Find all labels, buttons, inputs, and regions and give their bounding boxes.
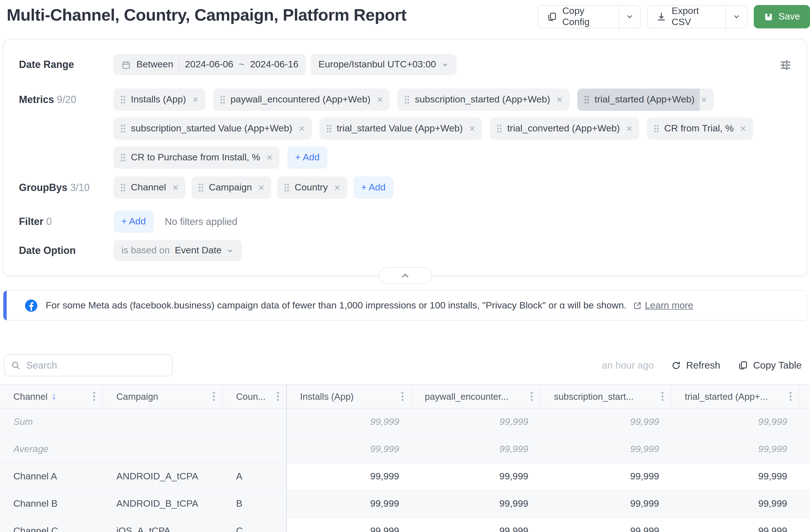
add-filter-button[interactable]: + Add	[114, 210, 153, 233]
report-config-panel: Date Range Between 2024-06-06 ~ 2024-06-…	[3, 39, 807, 276]
column-menu-icon[interactable]	[213, 392, 215, 401]
timezone-value: Europe/Istanbul UTC+03:00	[319, 59, 436, 70]
column-header-installs[interactable]: Installs (App)	[287, 385, 411, 408]
drag-handle-icon[interactable]	[497, 124, 502, 133]
remove-metric-icon[interactable]: ✕	[555, 88, 569, 111]
divider	[179, 59, 179, 70]
drag-handle-icon[interactable]	[120, 183, 126, 192]
metric-chip[interactable]: CR to Purchase from Install, %✕	[114, 146, 279, 169]
column-menu-icon[interactable]	[93, 392, 95, 401]
copy-icon	[738, 360, 748, 370]
remove-metric-icon[interactable]: ✕	[468, 117, 482, 140]
summary-value: 99,999	[671, 436, 799, 463]
column-header-country[interactable]: Coun...	[223, 385, 287, 408]
drag-handle-icon[interactable]	[120, 153, 126, 162]
metric-chip[interactable]: trial_converted (App+Web)✕	[490, 117, 639, 140]
copy-table-button[interactable]: Copy Table	[738, 359, 802, 371]
chevron-down-icon	[626, 13, 634, 21]
metric-chip[interactable]: CR from Trial, %✕	[647, 117, 753, 140]
drag-handle-icon[interactable]	[326, 124, 331, 133]
search-input[interactable]	[26, 359, 165, 371]
chevron-down-icon	[442, 61, 449, 68]
metric-chip-label: trial_started (App+Web)	[595, 94, 695, 105]
groupbys-count: 3/10	[70, 182, 90, 193]
settings-sliders-icon[interactable]	[780, 60, 791, 71]
export-csv-button[interactable]: Export CSV	[648, 5, 726, 28]
metric-chip[interactable]: Installs (App)✕	[114, 88, 206, 111]
metric-chip-label: trial_started Value (App+Web)	[337, 123, 463, 134]
drag-handle-icon[interactable]	[404, 95, 410, 104]
remove-groupby-icon[interactable]: ✕	[257, 177, 271, 199]
metric-chip[interactable]: subscription_started (App+Web)✕	[398, 88, 569, 111]
column-header-paywall[interactable]: paywall_encounter...	[411, 385, 540, 408]
column-header-trial-started[interactable]: trial_started (App+...	[671, 385, 799, 408]
chevron-up-icon	[400, 271, 410, 280]
cell-value: 99,999	[411, 518, 540, 532]
drag-handle-icon[interactable]	[284, 183, 290, 192]
column-header-campaign[interactable]: Campaign	[103, 385, 223, 408]
drag-handle-icon[interactable]	[120, 124, 126, 133]
metric-chip[interactable]: subscription_started Value (App+Web)✕	[114, 117, 311, 140]
drag-handle-icon[interactable]	[120, 95, 126, 104]
save-label: Save	[779, 11, 800, 22]
sort-desc-icon[interactable]: ↓	[51, 391, 56, 402]
groupby-chip[interactable]: Country✕	[277, 177, 347, 199]
drag-handle-icon[interactable]	[198, 183, 204, 192]
metric-chip[interactable]: paywall_encountered (App+Web)✕	[213, 88, 390, 111]
add-metric-button[interactable]: + Add	[287, 146, 327, 169]
add-groupby-button[interactable]: + Add	[353, 177, 393, 199]
column-menu-icon[interactable]	[401, 392, 404, 401]
learn-more-link[interactable]: Learn more	[633, 300, 693, 311]
column-header-clipped[interactable]: su...	[799, 385, 810, 408]
remove-metric-icon[interactable]: ✕	[625, 117, 639, 140]
metric-chip-label: trial_converted (App+Web)	[507, 123, 620, 134]
date-option-select[interactable]: is based on Event Date	[114, 240, 242, 261]
refresh-button[interactable]: Refresh	[672, 359, 720, 371]
export-csv-label: Export CSV	[672, 5, 717, 28]
table-row: Channel B ANDROID_B_tCPA B 99,999 99,999…	[0, 490, 810, 518]
table-row-sum: Sum 99,999 99,999 99,999 99,999	[0, 409, 810, 436]
metric-chip-label: Installs (App)	[131, 94, 186, 105]
metric-chip-label: paywall_encountered (App+Web)	[230, 94, 371, 105]
remove-metric-icon[interactable]: ✕	[699, 88, 714, 111]
copy-config-caret[interactable]	[618, 5, 640, 28]
groupby-chip[interactable]: Campaign✕	[192, 177, 271, 199]
cell-value: 99,999	[287, 490, 411, 517]
filter-row: Filter0 + Add No filters applied	[19, 210, 791, 233]
remove-metric-icon[interactable]: ✕	[191, 88, 205, 111]
drag-handle-icon[interactable]	[653, 124, 659, 133]
drag-handle-icon[interactable]	[220, 95, 225, 104]
collapse-panel-button[interactable]	[378, 267, 432, 284]
column-header-channel[interactable]: Channel ↓	[0, 385, 103, 408]
metric-chip-label: CR to Purchase from Install, %	[131, 152, 260, 163]
cell-value: 99,999	[540, 463, 671, 490]
drag-handle-icon[interactable]	[584, 95, 589, 104]
calendar-icon	[122, 60, 131, 69]
column-menu-icon[interactable]	[277, 392, 279, 401]
remove-metric-icon[interactable]: ✕	[739, 117, 753, 140]
save-button[interactable]: Save	[754, 5, 810, 28]
cell-value: 99,999	[411, 490, 540, 517]
groupby-chip[interactable]: Channel✕	[114, 177, 185, 199]
summary-value: 99,999	[411, 436, 540, 463]
remove-groupby-icon[interactable]: ✕	[333, 177, 347, 199]
remove-metric-icon[interactable]: ✕	[375, 88, 390, 111]
column-menu-icon[interactable]	[531, 392, 533, 401]
column-header-subscription[interactable]: subscription_start...	[540, 385, 671, 408]
metric-chip-selected[interactable]: trial_started (App+Web)✕	[577, 88, 714, 111]
export-csv-caret[interactable]	[725, 5, 747, 28]
groupby-chip-label: Country	[295, 182, 328, 193]
column-menu-icon[interactable]	[789, 392, 792, 401]
date-range-picker[interactable]: Between 2024-06-06 ~ 2024-06-16	[114, 54, 306, 75]
remove-groupby-icon[interactable]: ✕	[171, 177, 185, 199]
page-title: Multi-Channel, Country, Campaign, Platfo…	[7, 5, 406, 25]
copy-config-button[interactable]: Copy Config	[538, 5, 618, 28]
metric-chip[interactable]: trial_started Value (App+Web)✕	[319, 117, 482, 140]
column-menu-icon[interactable]	[661, 392, 664, 401]
filter-count: 0	[46, 216, 52, 227]
last-updated-text: an hour ago	[602, 359, 654, 371]
timezone-select[interactable]: Europe/Istanbul UTC+03:00	[311, 54, 456, 75]
remove-metric-icon[interactable]: ✕	[297, 117, 311, 140]
cell-campaign: iOS_A_tCPA	[103, 518, 223, 532]
remove-metric-icon[interactable]: ✕	[265, 146, 279, 169]
